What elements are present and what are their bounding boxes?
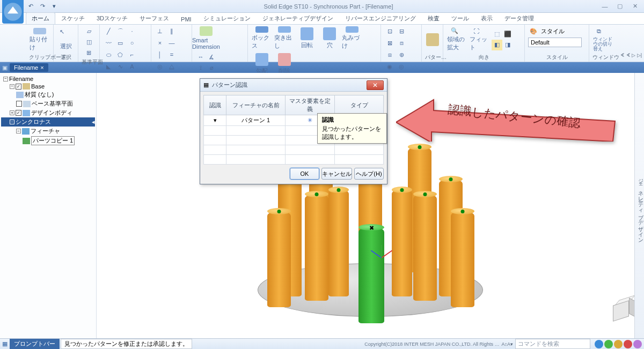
- minimize-button[interactable]: —: [598, 2, 612, 11]
- fr6-icon[interactable]: ⊛: [396, 49, 407, 60]
- view2-icon[interactable]: ⬛: [502, 29, 513, 40]
- 3d-canvas[interactable]: ✖ ▦ パターン認識 ✕ 認識 フィーチャの名前 マスタ要素を定義 タイプ: [97, 73, 644, 338]
- col-master-define[interactable]: マスタ要素を定義: [286, 95, 335, 115]
- col-recognize[interactable]: 認識: [204, 95, 226, 115]
- tree-synchronous[interactable]: −シンクロナス◂: [1, 117, 95, 127]
- close-doc-icon[interactable]: ×: [40, 64, 43, 71]
- horiz-icon[interactable]: —: [166, 38, 177, 48]
- redo-icon[interactable]: ↷: [38, 2, 47, 11]
- pathfinder-tree[interactable]: −Filename −✓Base 材質 (なし) ベース基準平面 +✓デザインボ…: [0, 73, 97, 338]
- switch-window-button[interactable]: ⧉ウィンドウの切り替え: [592, 27, 614, 52]
- tab-tools[interactable]: ツール: [445, 12, 475, 24]
- tree-base[interactable]: −✓Base: [1, 83, 95, 90]
- text-size-icon[interactable]: A↕A▾: [501, 341, 513, 347]
- smart-dimension-button[interactable]: Smart Dimension: [195, 26, 217, 50]
- dialog-close-button[interactable]: ✕: [367, 80, 384, 90]
- right-panel-tab[interactable]: ジェネレーティブデザイン: [634, 73, 644, 338]
- tab-data[interactable]: データ管理: [499, 12, 540, 24]
- status-icon-3[interactable]: [614, 340, 623, 348]
- line-icon[interactable]: ╱: [103, 26, 114, 36]
- paste-button[interactable]: 貼り付け: [29, 27, 50, 52]
- poly-icon[interactable]: ⬠: [115, 49, 126, 60]
- tab-reverse[interactable]: リバースエンジニアリング: [339, 12, 422, 24]
- doc-nav[interactable]: ∢ ∢ ▷ ▷|: [620, 53, 642, 58]
- cell-recognize[interactable]: ▾: [204, 115, 226, 126]
- curve-icon[interactable]: 〰: [103, 38, 114, 48]
- view4-icon[interactable]: ◨: [502, 40, 513, 50]
- close-button[interactable]: ✕: [628, 2, 642, 11]
- col-type[interactable]: タイプ: [335, 95, 384, 115]
- fillet-icon[interactable]: ⌐: [127, 49, 137, 60]
- rect-icon[interactable]: ▭: [115, 38, 126, 48]
- point-icon[interactable]: ·: [127, 26, 137, 36]
- status-icon-1[interactable]: [595, 340, 603, 348]
- tab-surface[interactable]: サーフェス: [134, 12, 175, 24]
- table-row[interactable]: [204, 145, 384, 155]
- tree-designbody[interactable]: +✓デザインボディ: [1, 108, 95, 117]
- fr1-icon[interactable]: ⊡: [384, 26, 395, 36]
- tree-material[interactable]: 材質 (なし): [1, 90, 95, 99]
- fit-button[interactable]: ⛶フィット: [469, 27, 491, 52]
- sym-icon[interactable]: ⧋: [166, 61, 177, 72]
- ok-button[interactable]: OK: [290, 168, 319, 180]
- dialog-titlebar[interactable]: ▦ パターン認識 ✕: [200, 79, 387, 92]
- style-combo[interactable]: [528, 38, 582, 47]
- fr8-icon[interactable]: ◎: [396, 61, 407, 72]
- ellipse-icon[interactable]: ⬭: [103, 49, 114, 60]
- tab-home[interactable]: ホーム: [26, 12, 55, 24]
- application-button[interactable]: [2, 0, 24, 24]
- tab-simulation[interactable]: シミュレーション: [197, 12, 257, 24]
- cancel-button[interactable]: キャンセル: [321, 168, 352, 180]
- dim3-icon[interactable]: ⟟: [195, 62, 206, 73]
- circle-icon[interactable]: ○: [127, 38, 137, 48]
- plane-icon-3[interactable]: ⊞: [84, 47, 94, 58]
- view3-icon[interactable]: ◧: [492, 40, 502, 50]
- select-button[interactable]: ↖選択: [57, 27, 75, 52]
- conc-icon[interactable]: ◎: [155, 61, 165, 72]
- tab-pmi[interactable]: PMI: [175, 14, 197, 24]
- extrude-button[interactable]: 突き出し: [274, 26, 295, 50]
- status-icon-2[interactable]: [604, 340, 613, 348]
- revolve-button[interactable]: 回転: [296, 26, 318, 50]
- chamfer-icon[interactable]: ◣: [103, 61, 114, 72]
- hole-button[interactable]: 穴: [319, 26, 340, 50]
- arc-icon[interactable]: ⌒: [115, 26, 126, 36]
- tab-view[interactable]: 表示: [475, 12, 499, 24]
- tree-baseplane[interactable]: ベース基準平面: [1, 99, 95, 108]
- fr2-icon[interactable]: ⊟: [396, 26, 407, 36]
- command-search[interactable]: コマンドを検索: [515, 339, 590, 349]
- status-icon-5[interactable]: [633, 340, 642, 348]
- tree-root[interactable]: −Filename: [1, 75, 95, 83]
- tab-3dsketch[interactable]: 3Dスケッチ: [91, 12, 134, 24]
- col-feature-name[interactable]: フィーチャの名前: [226, 95, 286, 115]
- undo-icon[interactable]: ↶: [26, 2, 35, 11]
- fr5-icon[interactable]: ⧇: [384, 49, 395, 60]
- text-icon[interactable]: A: [127, 61, 137, 72]
- box-button[interactable]: ボックス: [251, 26, 273, 50]
- status-icon-4[interactable]: [624, 340, 632, 348]
- pattern-button[interactable]: [425, 27, 440, 52]
- maximize-button[interactable]: ▢: [613, 2, 627, 11]
- tab-sketch[interactable]: スケッチ: [55, 12, 91, 24]
- tree-partcopy[interactable]: パーツコピー 1: [1, 136, 95, 146]
- round-button[interactable]: 丸みづけ: [341, 26, 363, 50]
- fr7-icon[interactable]: ◉: [384, 61, 395, 72]
- view1-icon[interactable]: ⬚: [492, 29, 502, 40]
- tab-inspect[interactable]: 検査: [422, 12, 445, 24]
- spline-icon[interactable]: ∿: [115, 61, 126, 72]
- fr3-icon[interactable]: ⊠: [384, 38, 395, 48]
- dim1-icon[interactable]: ↔: [195, 51, 206, 62]
- fr4-icon[interactable]: ⧈: [396, 38, 407, 48]
- document-tab[interactable]: Filename×: [10, 63, 48, 72]
- parallel-icon[interactable]: ∥: [166, 26, 177, 36]
- table-row[interactable]: [204, 155, 384, 165]
- coinc-icon[interactable]: ×: [155, 38, 165, 48]
- dim2-icon[interactable]: ∡: [206, 51, 217, 62]
- view-cube[interactable]: [609, 296, 634, 322]
- zoom-area-button[interactable]: 🔍領域の拡大: [447, 27, 468, 52]
- cell-feature-name[interactable]: パターン 1: [226, 115, 286, 126]
- qat-dropdown-icon[interactable]: ▾: [49, 2, 59, 11]
- dim4-icon[interactable]: ⌀: [206, 62, 217, 73]
- tree-features[interactable]: −フィーチャ: [1, 127, 95, 136]
- tangent-icon[interactable]: ⊥: [155, 26, 165, 36]
